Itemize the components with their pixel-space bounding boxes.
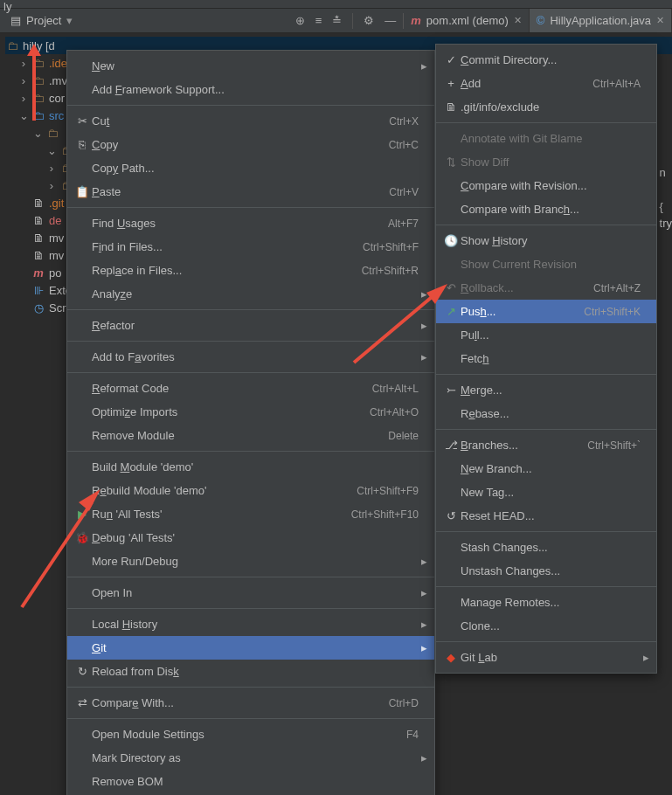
submenu-caret-icon: ▸ bbox=[421, 350, 427, 363]
submenu-caret-icon: ▸ bbox=[421, 618, 427, 631]
menu-item-label: Compare with Branch... bbox=[461, 203, 641, 216]
menu-item[interactable]: Local History▸ bbox=[67, 612, 434, 636]
close-icon[interactable]: ✕ bbox=[514, 15, 522, 26]
editor-tab-pom[interactable]: m pom.xml (demo) ✕ bbox=[404, 9, 529, 32]
menu-item[interactable]: Manage Remotes... bbox=[436, 591, 656, 614]
reset-icon: ↺ bbox=[441, 509, 461, 522]
menu-item[interactable]: ⎇Branches...Ctrl+Shift+` bbox=[436, 433, 656, 457]
menu-item-label: Clone... bbox=[461, 619, 641, 633]
menu-item[interactable]: Find UsagesAlt+F7 bbox=[67, 211, 434, 235]
menu-item[interactable]: ⤚Merge... bbox=[436, 378, 656, 402]
menu-item[interactable]: Compare with Revision... bbox=[436, 174, 656, 197]
menu-item[interactable]: +AddCtrl+Alt+A bbox=[436, 72, 656, 95]
menu-item[interactable]: Git▸ bbox=[67, 636, 434, 660]
menu-item[interactable]: Open In▸ bbox=[67, 581, 434, 605]
menu-item[interactable]: ◆Git Lab▸ bbox=[436, 646, 656, 669]
project-icon: ▤ bbox=[9, 14, 23, 28]
menu-item[interactable]: 🕓Show History bbox=[436, 229, 656, 252]
menu-item-label: Debug 'All Tests' bbox=[92, 531, 419, 544]
menu-item[interactable]: 📋PasteCtrl+V bbox=[67, 180, 434, 204]
menu-item[interactable]: Pull... bbox=[436, 323, 656, 347]
tab-label: HillyApplication.java bbox=[550, 14, 651, 27]
menu-item[interactable]: ▶Run 'All Tests'Ctrl+Shift+F10 bbox=[67, 502, 434, 526]
menu-item: ↶Rollback...Ctrl+Alt+Z bbox=[436, 276, 656, 300]
tab-label: pom.xml (demo) bbox=[426, 14, 509, 27]
menu-item[interactable]: Analyze▸ bbox=[67, 282, 434, 306]
tree-label: .git bbox=[49, 197, 64, 210]
menu-item-label: Compare with Revision... bbox=[461, 179, 641, 192]
menu-item-label: Fetch bbox=[461, 352, 641, 365]
menu-item[interactable]: More Run/Debug▸ bbox=[67, 550, 434, 573]
menu-item-label: Replace in Files... bbox=[92, 264, 362, 277]
menu-item[interactable]: Replace in Files...Ctrl+Shift+R bbox=[67, 259, 434, 282]
menu-separator bbox=[67, 207, 434, 208]
expand-icon[interactable]: ≡ bbox=[315, 14, 322, 27]
menu-separator bbox=[436, 374, 656, 375]
menu-item[interactable]: ✓Commit Directory... bbox=[436, 48, 656, 72]
menu-item[interactable]: New Tag... bbox=[436, 480, 656, 504]
menu-separator bbox=[436, 531, 656, 532]
separator bbox=[352, 13, 353, 29]
menu-item[interactable]: New Branch... bbox=[436, 457, 656, 480]
menu-item-label: Stash Changes... bbox=[461, 541, 641, 554]
menu-item[interactable]: ✂CutCtrl+X bbox=[67, 109, 434, 133]
submenu-caret-icon: ▸ bbox=[421, 319, 427, 332]
menu-item[interactable]: Stash Changes... bbox=[436, 536, 656, 559]
menu-item-label: Find in Files... bbox=[92, 240, 363, 253]
project-tool-label[interactable]: ▤ Project ▾ bbox=[0, 14, 81, 28]
hide-icon[interactable]: — bbox=[384, 14, 396, 27]
menu-item[interactable]: Open Module SettingsF4 bbox=[67, 722, 434, 746]
close-icon[interactable]: ✕ bbox=[656, 15, 664, 26]
menu-item[interactable]: Mark Directory as▸ bbox=[67, 746, 434, 770]
shortcut-label: Ctrl+Shift+F bbox=[363, 241, 419, 253]
shortcut-label: Ctrl+Shift+F10 bbox=[351, 508, 419, 521]
menu-item[interactable]: Rebuild Module 'demo'Ctrl+Shift+F9 bbox=[67, 479, 434, 502]
menu-item[interactable]: Add to Favorites▸ bbox=[67, 345, 434, 369]
shortcut-label: Alt+F7 bbox=[388, 218, 419, 230]
git-submenu: ✓Commit Directory...+AddCtrl+Alt+A🗎.git/… bbox=[435, 44, 657, 674]
editor-tab-hillyapp[interactable]: © HillyApplication.java ✕ bbox=[530, 9, 672, 32]
menu-item[interactable]: Build Module 'demo' bbox=[67, 455, 434, 479]
menu-item-label: Add to Favorites bbox=[92, 350, 419, 363]
menu-item[interactable]: ↗Push...Ctrl+Shift+K bbox=[436, 300, 656, 323]
menu-item[interactable]: Refactor▸ bbox=[67, 314, 434, 337]
submenu-caret-icon: ▸ bbox=[421, 751, 427, 764]
menu-item-label: New bbox=[92, 59, 419, 73]
menu-item[interactable]: Find in Files...Ctrl+Shift+F bbox=[67, 235, 434, 259]
menu-item[interactable]: Fetch bbox=[436, 347, 656, 370]
menu-item[interactable]: Remove ModuleDelete bbox=[67, 424, 434, 447]
locate-icon[interactable]: ⊕ bbox=[295, 14, 305, 27]
shortcut-label: Ctrl+Shift+K bbox=[584, 306, 641, 318]
menu-item-label: Open In bbox=[92, 586, 419, 599]
menu-item[interactable]: Compare with Branch... bbox=[436, 197, 656, 221]
menu-item-label: Branches... bbox=[461, 439, 587, 452]
menu-item[interactable]: Unstash Changes... bbox=[436, 559, 656, 583]
menu-item[interactable]: ↺Reset HEAD... bbox=[436, 504, 656, 528]
menu-item[interactable]: Optimize ImportsCtrl+Alt+O bbox=[67, 400, 434, 424]
menu-item[interactable]: ↻Reload from Disk bbox=[67, 660, 434, 683]
tree-label: .mv bbox=[49, 74, 67, 87]
menu-item[interactable]: 🗎.git/info/exclude bbox=[436, 95, 656, 119]
menu-item-label: Annotate with Git Blame bbox=[461, 132, 641, 145]
menu-item[interactable]: Add Framework Support... bbox=[67, 78, 434, 101]
menu-item[interactable]: Reformat CodeCtrl+Alt+L bbox=[67, 377, 434, 400]
collapse-icon[interactable]: ≛ bbox=[332, 14, 342, 27]
menu-item[interactable]: Clone... bbox=[436, 614, 656, 638]
menu-item[interactable]: ⇄Compare With...Ctrl+D bbox=[67, 691, 434, 715]
submenu-caret-icon: ▸ bbox=[643, 651, 649, 664]
menu-item-label: Optimize Imports bbox=[92, 405, 370, 418]
tree-caret-icon: › bbox=[47, 162, 56, 175]
menu-item[interactable]: New▸ bbox=[67, 54, 434, 78]
folder-icon: 🗀 bbox=[5, 38, 19, 52]
menu-item[interactable]: Remove BOM bbox=[67, 770, 434, 793]
menu-item[interactable]: Rebase... bbox=[436, 402, 656, 425]
debug-icon: 🐞 bbox=[73, 531, 92, 544]
menu-item[interactable]: ⎘CopyCtrl+C bbox=[67, 133, 434, 156]
folder-icon: 🗀 bbox=[31, 108, 45, 122]
gear-icon[interactable]: ⚙ bbox=[364, 14, 374, 27]
folder-icon: 🗀 bbox=[45, 126, 59, 140]
menu-item-label: Show Diff bbox=[461, 156, 641, 169]
menu-item[interactable]: 🐞Debug 'All Tests' bbox=[67, 526, 434, 550]
menu-item-label: Reset HEAD... bbox=[461, 509, 641, 522]
menu-item[interactable]: Copy Path... bbox=[67, 156, 434, 180]
